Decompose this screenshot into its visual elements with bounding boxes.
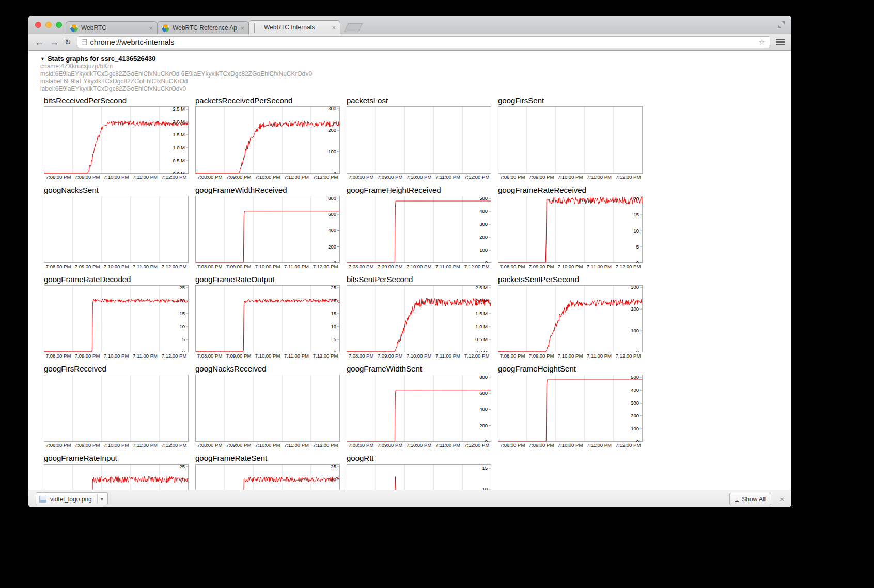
x-tick-label: 7:10:00 PM — [253, 264, 282, 269]
close-window-button[interactable] — [35, 22, 41, 28]
download-item[interactable]: vidtel_logo.png ▾ — [36, 492, 108, 505]
svg-text:200: 200 — [479, 423, 488, 428]
x-tick-label: 7:08:00 PM — [347, 442, 376, 448]
menu-button[interactable] — [776, 39, 785, 45]
chart-title: googFrameWidthReceived — [195, 185, 347, 194]
x-tick-label: 7:08:00 PM — [195, 174, 224, 180]
svg-text:100: 100 — [328, 149, 336, 154]
chevron-down-icon[interactable]: ▾ — [98, 496, 106, 502]
svg-text:0.0 M: 0.0 M — [475, 349, 488, 352]
x-tick-label: 7:12:00 PM — [462, 174, 491, 180]
url-text[interactable]: chrome://webrtc-internals — [90, 38, 755, 47]
x-tick-label: 7:11:00 PM — [433, 442, 462, 448]
chart-title: googFrameRateOutput — [195, 275, 347, 284]
menu-bar — [776, 44, 785, 45]
svg-text:20: 20 — [331, 476, 336, 482]
chart-bitsReceivedPerSecond: bitsReceivedPerSecond 2.5 M2.0 M1.5 M1.0… — [44, 96, 195, 185]
svg-text:400: 400 — [479, 208, 488, 214]
x-tick-label: 7:12:00 PM — [614, 264, 643, 269]
mslabel-line: mslabel:6E9laEYkyxlkTCxDgc82ZGoEhlCfxNuC… — [40, 78, 791, 85]
chart-plot — [347, 106, 491, 174]
chart-title: googRtt — [347, 454, 498, 462]
x-tick-label: 7:12:00 PM — [462, 442, 491, 448]
svg-text:500: 500 — [479, 196, 488, 201]
svg-text:25: 25 — [179, 285, 185, 290]
svg-text:0: 0 — [636, 349, 639, 352]
chart-x-labels: 7:08:00 PM7:09:00 PM7:10:00 PM7:11:00 PM… — [498, 442, 643, 448]
x-tick-label: 7:09:00 PM — [73, 353, 102, 359]
svg-text:0.5 M: 0.5 M — [173, 158, 185, 163]
tab-webrtc-reference-app[interactable]: WebRTC Reference App × — [157, 21, 249, 34]
address-bar[interactable]: chrome://webrtc-internals ☆ — [77, 36, 770, 48]
x-tick-label: 7:09:00 PM — [73, 174, 102, 180]
reload-button[interactable]: ↻ — [65, 38, 71, 46]
svg-text:5: 5 — [182, 336, 185, 342]
x-tick-label: 7:09:00 PM — [224, 353, 253, 359]
tab-close-icon[interactable]: × — [240, 25, 244, 32]
chart-title: packetsLost — [347, 96, 498, 105]
svg-text:400: 400 — [479, 406, 488, 412]
svg-text:5: 5 — [636, 244, 639, 250]
svg-text:0: 0 — [636, 260, 639, 263]
x-tick-label: 7:08:00 PM — [498, 174, 527, 180]
minimize-window-button[interactable] — [45, 22, 52, 28]
fullscreen-arrows-icon[interactable] — [778, 21, 785, 28]
close-download-bar-icon[interactable]: × — [779, 494, 784, 503]
traffic-lights — [35, 22, 62, 28]
cname-line: cname:4ZXkrucxjuzp/bKm — [40, 63, 791, 70]
svg-text:100: 100 — [631, 426, 639, 431]
chart-x-labels: 7:08:00 PM7:09:00 PM7:10:00 PM7:11:00 PM… — [195, 353, 340, 359]
svg-text:100: 100 — [479, 247, 488, 253]
x-tick-label: 7:09:00 PM — [376, 442, 404, 448]
x-tick-label: 7:11:00 PM — [131, 174, 160, 180]
svg-text:15: 15 — [331, 489, 336, 490]
chart-plot: 2.5 M2.0 M1.5 M1.0 M0.5 M0.0 M — [347, 285, 491, 352]
back-button[interactable]: ← — [35, 38, 44, 47]
svg-text:10: 10 — [331, 323, 336, 329]
tab-close-icon[interactable]: × — [149, 25, 153, 32]
chart-bitsSentPerSecond: bitsSentPerSecond 2.5 M2.0 M1.5 M1.0 M0.… — [347, 275, 498, 364]
show-all-button[interactable]: ↓ Show All — [729, 493, 772, 505]
chart-plot: 3002001000 — [195, 106, 340, 174]
x-tick-label: 7:09:00 PM — [527, 174, 556, 180]
svg-text:600: 600 — [328, 211, 336, 217]
bookmark-star-icon[interactable]: ☆ — [759, 38, 766, 47]
x-tick-label: 7:10:00 PM — [556, 174, 585, 180]
zoom-window-button[interactable] — [56, 22, 62, 28]
tab-close-icon[interactable]: × — [332, 24, 336, 31]
chart-x-labels: 7:08:00 PM7:09:00 PM7:10:00 PM7:11:00 PM… — [44, 442, 189, 448]
x-tick-label: 7:12:00 PM — [311, 353, 340, 359]
x-tick-label: 7:12:00 PM — [462, 264, 491, 269]
svg-text:200: 200 — [631, 413, 639, 419]
x-tick-label: 7:08:00 PM — [44, 442, 73, 448]
x-tick-label: 7:09:00 PM — [527, 442, 556, 448]
chart-plot: 3002001000 — [498, 285, 643, 352]
chart-title: packetsSentPerSecond — [498, 275, 649, 284]
chart-googFirsSent: googFirsSent 7:08:00 PM7:09:00 PM7:10:00… — [498, 96, 649, 185]
chart-plot: 2520151050 — [44, 285, 189, 352]
svg-text:0: 0 — [636, 439, 639, 442]
x-tick-label: 7:11:00 PM — [282, 174, 311, 180]
chart-title: bitsReceivedPerSecond — [44, 96, 195, 105]
stats-section-toggle[interactable]: ▼ Stats graphs for ssrc_4136526430 — [40, 55, 791, 63]
svg-text:0: 0 — [182, 349, 185, 352]
svg-text:200: 200 — [328, 127, 336, 133]
tab-webrtc-internals[interactable]: WebRTC Internals × — [248, 20, 340, 34]
new-tab-button[interactable] — [344, 23, 363, 32]
chart-googFrameHeightSent: googFrameHeightSent 5004003002001000 7:0… — [498, 364, 649, 454]
image-file-icon — [39, 496, 46, 503]
x-tick-label: 7:08:00 PM — [498, 442, 527, 448]
tabs: WebRTC × WebRTC Reference App × WebRTC I… — [66, 20, 361, 34]
svg-text:10: 10 — [179, 323, 185, 329]
x-tick-label: 7:09:00 PM — [73, 442, 102, 448]
tab-webrtc[interactable]: WebRTC × — [66, 21, 158, 34]
x-tick-label: 7:09:00 PM — [376, 264, 404, 269]
svg-text:15: 15 — [633, 212, 639, 218]
forward-button[interactable]: → — [50, 38, 59, 47]
x-tick-label: 7:10:00 PM — [556, 264, 585, 269]
menu-bar — [776, 39, 785, 40]
chart-plot — [195, 375, 340, 442]
download-bar: vidtel_logo.png ▾ ↓ Show All × — [28, 490, 791, 507]
chart-googNacksSent: googNacksSent 7:08:00 PM7:09:00 PM7:10:0… — [44, 185, 195, 275]
x-tick-label: 7:12:00 PM — [311, 264, 340, 269]
